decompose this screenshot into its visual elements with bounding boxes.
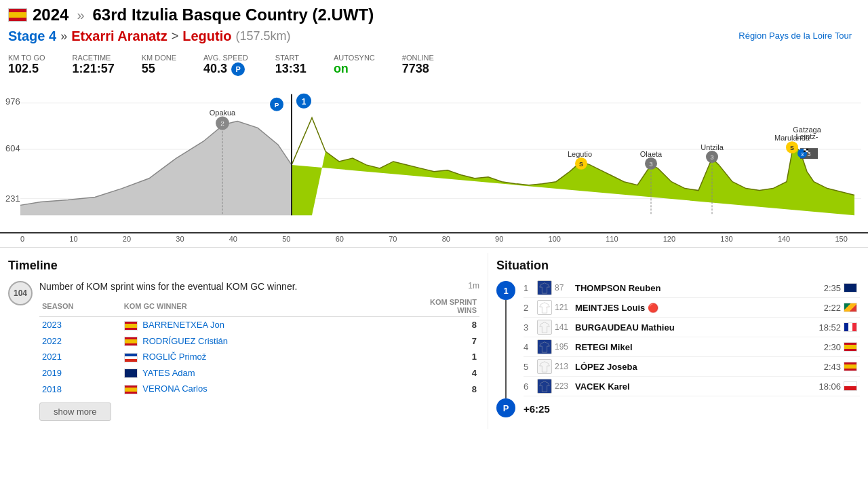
table-row: 2021 ROGLIČ Primož1 (39, 349, 479, 365)
rider-gap: 18:52 (807, 322, 841, 333)
wins-cell: 8 (363, 381, 479, 397)
elevation-chart: 976 604 231 2 Opakua P 1 S Legutio (0, 84, 868, 233)
x-150: 150 (835, 235, 847, 243)
es-flag-icon (124, 385, 138, 394)
rider-name: MEINTJES Louis 🔴 (575, 303, 804, 313)
arrow-separator: » (77, 7, 84, 23)
rider-name: LÓPEZ Joseba (575, 362, 804, 372)
rider-gap: 18:06 (807, 381, 841, 392)
km-done-value: 55 (142, 62, 176, 76)
rider-position: 2 (524, 303, 534, 313)
stage-from: Etxarri Aranatz (71, 29, 167, 44)
rider-name: RETEGI Mikel (575, 342, 804, 352)
rider-number: 195 (555, 342, 572, 352)
rider-row: 2121MEINTJES Louis 🔴2:22 (524, 298, 860, 318)
opakua-label: Opakua (210, 109, 236, 117)
wins-cell: 8 (363, 317, 479, 333)
table-row: 2022 RODRÍGUEZ Cristián7 (39, 333, 479, 350)
gatzaga-label: Gatzaga (793, 126, 821, 134)
timeline-connector (505, 300, 507, 398)
x-50: 50 (282, 235, 290, 243)
racetime-stat: RACETIME 1:21:57 (73, 54, 115, 76)
x-10: 10 (69, 235, 77, 243)
rider-row: 187THOMPSON Reuben2:35 (524, 278, 860, 298)
cz-flag-icon (844, 381, 857, 391)
show-more-button[interactable]: show more (39, 402, 111, 421)
start-stat: START 13:31 (275, 54, 307, 76)
avg-speed-label: AVG. SPEED (203, 54, 248, 62)
pos1-label: 1 (302, 97, 307, 107)
table-row: 2019 YATES Adam4 (39, 365, 479, 381)
za-flag-icon (844, 303, 857, 312)
situation-title: Situation (496, 259, 860, 273)
racetime-label: RACETIME (73, 54, 115, 62)
rider-name: VACEK Karel (575, 381, 804, 392)
rider-jersey-icon (537, 339, 552, 354)
rider-name: THOMPSON Reuben (575, 283, 804, 293)
avg-speed-stat: AVG. SPEED 40.3 P (203, 54, 248, 76)
flag-black2 (804, 151, 806, 152)
stage-distance: (157.5km) (235, 29, 290, 43)
stage-arrow1: » (60, 29, 67, 43)
rider-number: 223 (555, 381, 572, 391)
timeline-description: Number of KOM sprint wins for the eventu… (39, 281, 297, 292)
rider-gap: 2:22 (807, 303, 841, 313)
season-cell[interactable]: 2023 (39, 317, 121, 333)
col-sprint: KOM SPRINTWINS (363, 296, 479, 317)
start-label: START (275, 54, 307, 62)
rider-list: 187THOMPSON Reuben2:352121MEINTJES Louis… (524, 278, 860, 396)
spain-flag-icon (8, 8, 27, 22)
rider-position: 1 (524, 283, 534, 293)
rider-gap: 2:43 (807, 362, 841, 372)
stage-arrow2: > (172, 29, 179, 43)
timeline-title: Timeline (8, 259, 479, 273)
x-60: 60 (336, 235, 344, 243)
olaeta-label: Olaeta (640, 150, 663, 158)
finish-num: 3 (801, 151, 804, 157)
season-cell[interactable]: 2019 (39, 365, 121, 381)
km-done-label: KM DONE (142, 54, 176, 62)
x-40: 40 (229, 235, 237, 243)
gb-flag-icon (124, 369, 138, 378)
season-cell[interactable]: 2021 (39, 349, 121, 365)
rider-position: 4 (524, 342, 534, 352)
rider-position: 3 (524, 322, 534, 333)
legutio-s: S (579, 161, 583, 168)
stats-row: KM TO GO 102.5 RACETIME 1:21:57 KM DONE … (0, 48, 868, 79)
wins-cell: 4 (363, 365, 479, 381)
rider-number: 213 (555, 362, 572, 371)
x-110: 110 (606, 235, 618, 243)
region-link[interactable]: Région Pays de la Loire Tour (738, 31, 860, 41)
flag-black1 (806, 149, 808, 150)
rider-gap: 2:30 (807, 342, 841, 352)
peloton-gap: +6:25 (524, 403, 550, 415)
year-label: 2024 (33, 5, 68, 24)
x-140: 140 (778, 235, 790, 243)
rider-jersey-icon (537, 379, 552, 394)
peloton-badge: P (496, 398, 515, 417)
table-row: 2018 VERONA Carlos8 (39, 381, 479, 397)
timeline-header: Number of KOM sprint wins for the eventu… (39, 281, 479, 292)
si-flag-icon (124, 353, 138, 362)
marulanda-s: S (790, 145, 794, 151)
col-season: SEASON (39, 296, 121, 317)
stage-label: Stage 4 (8, 29, 56, 44)
rider-jersey-icon (537, 280, 552, 295)
season-cell[interactable]: 2022 (39, 333, 121, 350)
chart-svg: 976 604 231 2 Opakua P 1 S Legutio (0, 84, 868, 232)
km-to-go-label: KM TO GO (8, 54, 45, 62)
es-flag-icon (124, 337, 138, 346)
page-header: 2024 » 63rd Itzulia Basque Country (2.UW… (0, 0, 868, 27)
x-0: 0 (20, 235, 24, 243)
online-value: 7738 (402, 62, 434, 76)
timeline-panel: Timeline 104 Number of KOM sprint wins f… (0, 253, 488, 429)
bottom-panels: Timeline 104 Number of KOM sprint wins f… (0, 248, 868, 434)
season-cell[interactable]: 2018 (39, 381, 121, 397)
winner-cell: ROGLIČ Primož (121, 349, 363, 365)
autosync-stat: AUTOSYNC on (334, 54, 375, 76)
km-to-go-stat: KM TO GO 102.5 (8, 54, 45, 76)
fr-flag-icon (844, 322, 857, 332)
rider-name: BURGAUDEAU Mathieu (575, 322, 804, 333)
rider-position: 5 (524, 362, 534, 372)
es-flag-icon (844, 362, 857, 371)
